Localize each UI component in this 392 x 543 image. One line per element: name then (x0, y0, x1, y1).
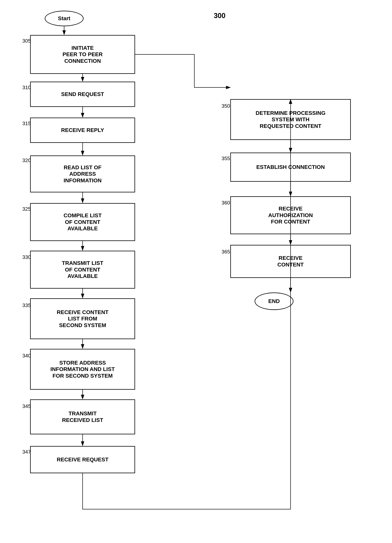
label-325: 325 (22, 206, 31, 212)
label-350: 350 (222, 103, 230, 109)
label-347: 347 (22, 449, 31, 455)
node-340: STORE ADDRESS INFORMATION AND LIST FOR S… (30, 349, 135, 390)
node-355: ESTABLISH CONNECTION (230, 153, 351, 182)
label-320: 320 (22, 158, 31, 164)
label-335: 335 (22, 302, 31, 308)
label-340: 340 (22, 353, 31, 359)
label-360: 360 (222, 200, 230, 206)
label-345: 345 (22, 403, 31, 409)
node-320: READ LIST OF ADDRESS INFORMATION (30, 155, 135, 192)
label-355: 355 (222, 155, 230, 162)
node-325: COMPILE LIST OF CONTENT AVAILABLE (30, 203, 135, 241)
label-315: 315 (22, 120, 31, 126)
node-347: RECEIVE REQUEST (30, 446, 135, 473)
node-315: RECEIVE REPLY (30, 118, 135, 143)
diagram: 300 Start 305 INITIATE PEER TO PEER CONN… (0, 0, 392, 543)
node-330: TRANSMIT LIST OF CONTENT AVAILABLE (30, 251, 135, 288)
node-360: RECEIVE AUTHORIZATION FOR CONTENT (230, 196, 351, 234)
label-310: 310 (22, 85, 31, 90)
start-node: Start (45, 11, 84, 26)
label-330: 330 (22, 254, 31, 260)
end-node: END (255, 293, 294, 310)
node-305: INITIATE PEER TO PEER CONNECTION (30, 35, 135, 74)
diagram-title: 300 (214, 12, 225, 20)
node-310: SEND REQUEST (30, 82, 135, 107)
node-335: RECEIVE CONTENT LIST FROM SECOND SYSTEM (30, 298, 135, 339)
node-365: RECEIVE CONTENT (230, 245, 351, 278)
node-345: TRANSMIT RECEIVED LIST (30, 399, 135, 434)
label-365: 365 (222, 249, 230, 255)
node-350: DETERMINE PROCESSING SYSTEM WITH REQUEST… (230, 99, 351, 140)
label-305: 305 (22, 38, 31, 44)
